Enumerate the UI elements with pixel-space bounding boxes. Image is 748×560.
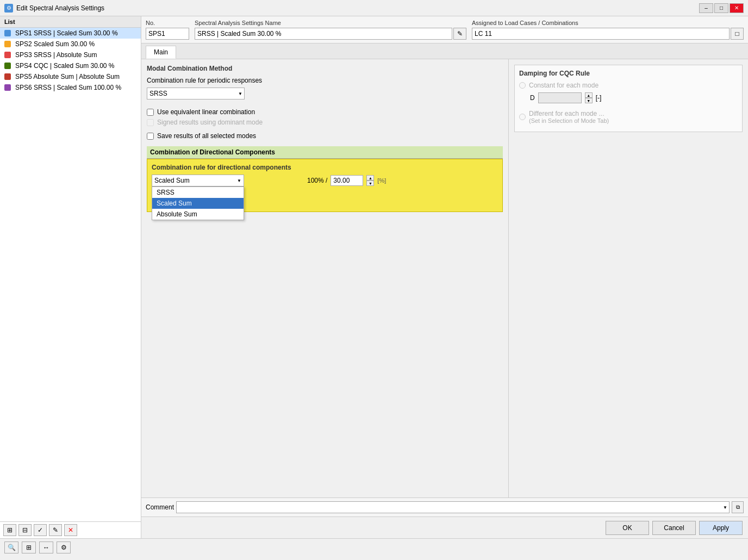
name-edit-button[interactable]: ✎ — [453, 28, 466, 40]
title-bar: ⚙ Edit Spectral Analysis Settings – □ ✕ — [0, 0, 748, 16]
assigned-input[interactable] — [472, 28, 730, 40]
maximize-button[interactable]: □ — [714, 3, 728, 13]
sidebar-item-sps1[interactable]: SPS1 SRSS | Scaled Sum 30.00 % — [0, 28, 141, 39]
different-mode-label: Different for each mode ... — [529, 110, 609, 117]
close-button[interactable]: ✕ — [730, 3, 744, 13]
sidebar-item-label-sps4: SPS4 CQC | Scaled Sum 30.00 % — [15, 62, 115, 70]
directional-section-title: Combination of Directional Components — [147, 146, 503, 159]
sidebar-item-color-sps2 — [4, 41, 11, 47]
no-label: No. — [146, 20, 189, 26]
directional-option-absolutesum[interactable]: Absolute Sum — [152, 209, 244, 220]
copy-button[interactable]: ⊟ — [18, 524, 32, 536]
name-label: Spectral Analysis Settings Name — [195, 20, 466, 26]
status-gear-button[interactable]: ⚙ — [57, 542, 71, 553]
percent-value-input[interactable] — [331, 175, 363, 186]
content-split: Modal Combination Method Combination rul… — [141, 59, 748, 497]
directional-dropdown: Scaled Sum ▼ SRSS Scaled Sum Absolute Su… — [152, 175, 244, 186]
sidebar-item-sps3[interactable]: SPS3 SRSS | Absolute Sum — [0, 49, 141, 60]
assigned-edit-button[interactable]: □ — [731, 28, 744, 40]
status-arrow-button[interactable]: ↔ — [39, 542, 53, 553]
sidebar-footer: ⊞ ⊟ ✓ ✎ ✕ — [0, 521, 141, 538]
signed-results-checkbox[interactable] — [147, 119, 154, 126]
check-button[interactable]: ✓ — [34, 524, 47, 536]
ok-button[interactable]: OK — [606, 521, 649, 535]
comment-label: Comment — [146, 503, 174, 511]
assigned-input-group: □ — [472, 28, 744, 40]
minimize-button[interactable]: – — [699, 3, 713, 13]
bottom-toolbar: OK Cancel Apply — [141, 517, 748, 538]
assigned-field-group: Assigned to Load Cases / Combinations □ — [472, 20, 744, 40]
sidebar-item-sps4[interactable]: SPS4 CQC | Scaled Sum 30.00 % — [0, 60, 141, 71]
d-spinner: ▲ ▼ — [585, 92, 593, 103]
directional-box: Combination rule for directional compone… — [147, 159, 503, 212]
delete-button[interactable]: ✕ — [64, 524, 77, 536]
assigned-label: Assigned to Load Cases / Combinations — [472, 20, 744, 26]
edit-button[interactable]: ✎ — [49, 524, 62, 536]
save-results-checkbox[interactable] — [147, 133, 154, 140]
directional-box-title: Combination rule for directional compone… — [152, 164, 498, 171]
combination-rule-row: Combination rule for periodic responses — [147, 77, 503, 84]
sidebar-item-color-sps5 — [4, 73, 11, 80]
directional-option-scaledsum[interactable]: Scaled Sum — [152, 198, 244, 209]
d-unit: [-] — [596, 94, 602, 102]
different-mode-radio[interactable] — [519, 114, 526, 120]
different-mode-sub: (Set in Selection of Mode Tab) — [529, 117, 609, 124]
constant-mode-row: Constant for each mode — [519, 82, 738, 89]
status-grid-button[interactable]: ⊞ — [22, 542, 36, 553]
spin-down-button[interactable]: ▼ — [366, 181, 374, 186]
spin-up-button[interactable]: ▲ — [366, 175, 374, 181]
name-input-group: ✎ — [195, 28, 466, 40]
directional-option-srss[interactable]: SRSS — [152, 187, 244, 198]
sidebar-list: SPS1 SRSS | Scaled Sum 30.00 %SPS2 Scale… — [0, 28, 141, 521]
different-mode-row: Different for each mode ... (Set in Sele… — [519, 110, 738, 124]
add-button[interactable]: ⊞ — [3, 524, 16, 536]
directional-dropdown-menu: SRSS Scaled Sum Absolute Sum — [152, 186, 244, 220]
sidebar-item-sps5[interactable]: SPS5 Absolute Sum | Absolute Sum — [0, 71, 141, 82]
sidebar-item-color-sps4 — [4, 63, 11, 69]
sidebar-item-sps6[interactable]: SPS6 SRSS | Scaled Sum 100.00 % — [0, 82, 141, 93]
comment-input[interactable] — [176, 501, 730, 513]
sidebar-item-sps2[interactable]: SPS2 Scaled Sum 30.00 % — [0, 39, 141, 49]
signed-results-row: Signed results using dominant mode — [147, 119, 503, 126]
sidebar-item-label-sps6: SPS6 SRSS | Scaled Sum 100.00 % — [15, 84, 121, 91]
tab-main[interactable]: Main — [146, 46, 176, 59]
content-area: No. Spectral Analysis Settings Name ✎ As… — [141, 16, 748, 538]
combination-rule-select[interactable]: SRSS CQC Absolute Sum — [147, 88, 245, 99]
d-label: D — [530, 94, 535, 102]
name-input[interactable] — [195, 28, 452, 40]
save-results-row: Save results of all selected modes — [147, 132, 503, 140]
right-panel: Damping for CQC Rule Constant for each m… — [509, 59, 748, 497]
damping-section: Damping for CQC Rule Constant for each m… — [514, 65, 743, 132]
modal-combination-title: Modal Combination Method — [147, 65, 503, 72]
directional-selected-value: Scaled Sum — [154, 177, 190, 184]
sidebar-item-color-sps1 — [4, 30, 11, 36]
use-equiv-linear-checkbox[interactable] — [147, 109, 154, 116]
sidebar-item-color-sps6 — [4, 84, 11, 91]
constant-mode-label: Constant for each mode — [529, 82, 599, 89]
directional-dropdown-trigger[interactable]: Scaled Sum ▼ — [152, 175, 244, 186]
status-search-button[interactable]: 🔍 — [4, 542, 18, 553]
main-layout: List SPS1 SRSS | Scaled Sum 30.00 %SPS2 … — [0, 16, 748, 538]
percent-unit: [%] — [377, 177, 386, 184]
combination-rule-select-row: SRSS CQC Absolute Sum — [147, 88, 503, 99]
sidebar-item-label-sps1: SPS1 SRSS | Scaled Sum 30.00 % — [15, 29, 118, 37]
sidebar: List SPS1 SRSS | Scaled Sum 30.00 %SPS2 … — [0, 16, 141, 538]
cancel-button[interactable]: Cancel — [652, 521, 696, 535]
comment-dropdown-wrapper — [176, 501, 730, 513]
no-input[interactable] — [146, 28, 189, 40]
save-results-label: Save results of all selected modes — [157, 132, 256, 140]
constant-mode-radio[interactable] — [519, 82, 526, 89]
sidebar-item-color-sps3 — [4, 52, 11, 58]
d-spin-up[interactable]: ▲ — [585, 92, 593, 98]
d-value-input[interactable] — [538, 92, 582, 103]
comment-copy-button[interactable]: ⧉ — [732, 501, 744, 513]
signed-results-label: Signed results using dominant mode — [157, 119, 263, 126]
left-panel: Modal Combination Method Combination rul… — [141, 59, 509, 497]
d-spin-down[interactable]: ▼ — [585, 98, 593, 103]
directional-section: Combination of Directional Components Co… — [147, 146, 503, 212]
window-title: Edit Spectral Analysis Settings — [16, 4, 699, 12]
damping-title: Damping for CQC Rule — [519, 70, 738, 77]
combination-rule-dropdown-wrapper: SRSS CQC Absolute Sum — [147, 88, 245, 99]
sidebar-item-label-sps3: SPS3 SRSS | Absolute Sum — [15, 51, 97, 59]
apply-button[interactable]: Apply — [699, 521, 743, 535]
